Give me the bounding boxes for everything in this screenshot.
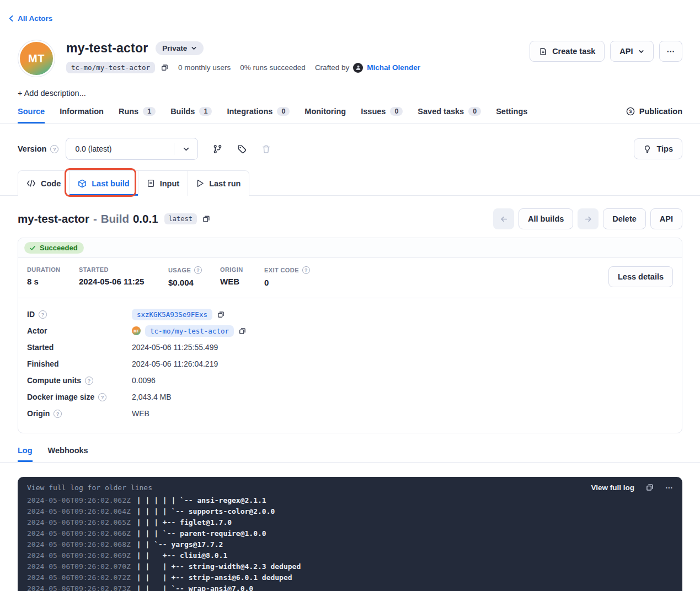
help-icon[interactable]: ?	[302, 266, 310, 274]
log-line: 2024-05-06T09:26:02.066Z| | | `-- parent…	[27, 528, 673, 539]
more-actions-button[interactable]: ⋯	[659, 41, 683, 62]
help-icon[interactable]: ?	[50, 145, 58, 153]
actor-avatar: MT	[20, 42, 53, 75]
field-row-actor: Actor MT tc-mo/my-test-actor	[27, 323, 673, 339]
build-fields: ID? sxzKGK5A93Se9FExs Actor MT tc-mo/my-…	[18, 298, 682, 433]
subtab-code[interactable]: Code	[18, 171, 70, 196]
field-row-finished: Finished 2024-05-06 11:26:04.219	[27, 356, 673, 372]
breadcrumb-label: All Actors	[18, 14, 52, 23]
help-icon[interactable]: ?	[85, 377, 93, 385]
help-icon[interactable]: ?	[39, 310, 47, 319]
duration-value: 8 s	[27, 277, 79, 286]
log-terminal: View full log for older lines View full …	[18, 477, 682, 591]
actor-avatar-small: MT	[132, 326, 141, 335]
log-tabs: Log Webhooks	[0, 446, 700, 463]
add-description-button[interactable]: + Add description...	[18, 89, 86, 98]
actor-header: MT my-test-actor Private tc-mo/my-test-a…	[18, 41, 682, 75]
build-card: Succeeded DURATION 8 s STARTED 2024-05-0…	[18, 238, 682, 433]
runs-succeeded-stat: 0% runs succeeded	[240, 63, 306, 72]
subtab-last-run[interactable]: Last run	[188, 171, 249, 196]
git-branch-icon[interactable]	[213, 144, 222, 154]
build-title-kind: Build	[101, 212, 129, 225]
tag-icon[interactable]	[237, 144, 247, 154]
tab-source[interactable]: Source	[18, 107, 45, 123]
status-badge: Succeeded	[24, 242, 84, 254]
subtab-last-build[interactable]: Last build	[70, 171, 138, 196]
help-icon[interactable]: ?	[54, 410, 62, 418]
view-full-log-button[interactable]: View full log	[591, 483, 634, 492]
version-label: Version	[18, 144, 46, 153]
tab-monitoring[interactable]: Monitoring	[304, 107, 346, 123]
exit-code-value: 0	[264, 278, 310, 287]
version-select[interactable]: 0.0 (latest)	[66, 138, 198, 160]
view-older-lines-link[interactable]: View full log for older lines	[27, 483, 152, 492]
create-task-button[interactable]: Create task	[530, 41, 605, 62]
log-line: 2024-05-06T09:26:02.070Z| | | +-- string…	[27, 561, 673, 572]
tab-runs[interactable]: Runs1	[119, 107, 156, 123]
subtab-input[interactable]: Input	[138, 171, 188, 196]
package-icon	[78, 179, 87, 188]
integrations-count-badge: 0	[277, 107, 290, 116]
code-icon	[26, 180, 36, 187]
builds-count-badge: 1	[199, 107, 212, 116]
api-dropdown-button[interactable]: API	[610, 41, 653, 62]
author-link[interactable]: Michał Olender	[367, 63, 420, 72]
field-row-id: ID? sxzKGK5A93Se9FExs	[27, 306, 673, 323]
help-icon[interactable]: ?	[98, 393, 106, 401]
compute-units-value: 0.0096	[132, 376, 156, 385]
svg-text:$: $	[629, 109, 632, 114]
saved-tasks-count-badge: 0	[468, 107, 481, 116]
crafted-by-label: Crafted by	[315, 63, 349, 72]
copy-handle-button[interactable]	[161, 63, 169, 72]
field-row-compute-units: Compute units? 0.0096	[27, 372, 673, 389]
ellipsis-icon: ⋯	[667, 47, 675, 56]
tab-settings[interactable]: Settings	[496, 107, 527, 123]
tab-log[interactable]: Log	[18, 446, 33, 462]
build-api-button[interactable]: API	[650, 208, 682, 229]
tab-saved-tasks[interactable]: Saved tasks0	[418, 107, 481, 123]
chevron-down-icon	[191, 45, 197, 51]
arrow-left-icon	[500, 215, 508, 223]
arrow-right-icon	[584, 215, 592, 223]
origin-value: WEB	[220, 277, 264, 286]
actor-handle: tc-mo/my-test-actor	[66, 62, 155, 73]
usage-value: $0.004	[168, 278, 220, 287]
log-lines[interactable]: 2024-05-06T09:26:02.062Z| | | | | `-- an…	[27, 495, 673, 591]
log-more-button[interactable]: ⋯	[665, 483, 673, 492]
breadcrumb-all-actors[interactable]: All Actors	[0, 0, 52, 23]
next-build-button[interactable]	[578, 208, 599, 229]
tab-information[interactable]: Information	[60, 107, 104, 123]
lightbulb-icon	[643, 145, 651, 153]
copy-id-button[interactable]	[217, 310, 225, 319]
chevron-down-icon	[638, 49, 644, 55]
dollar-circle-icon: $	[626, 107, 635, 116]
tab-integrations[interactable]: Integrations0	[227, 107, 290, 123]
all-builds-button[interactable]: All builds	[519, 208, 573, 229]
copy-log-button[interactable]	[645, 483, 654, 492]
help-icon[interactable]: ?	[194, 266, 202, 274]
document-icon	[147, 179, 155, 187]
origin-row-value: WEB	[132, 409, 149, 418]
check-icon	[29, 245, 36, 251]
actor-title: my-test-actor	[66, 41, 148, 56]
tab-webhooks[interactable]: Webhooks	[48, 446, 88, 462]
log-line: 2024-05-06T09:26:02.068Z| | `-- yargs@17…	[27, 539, 673, 550]
field-row-docker-size: Docker image size? 2,043.4 MB	[27, 389, 673, 405]
delete-build-button[interactable]: Delete	[603, 208, 646, 229]
actor-handle-link[interactable]: tc-mo/my-test-actor	[145, 325, 234, 337]
log-line: 2024-05-06T09:26:02.062Z| | | | | `-- an…	[27, 495, 673, 506]
source-subtabs: Code Last build Input Last run	[0, 170, 700, 196]
less-details-button[interactable]: Less details	[608, 266, 673, 287]
visibility-dropdown[interactable]: Private	[156, 41, 204, 55]
publication-link[interactable]: $ Publication	[626, 107, 682, 122]
copy-build-button[interactable]	[202, 214, 211, 223]
tips-button[interactable]: Tips	[634, 138, 682, 159]
prev-build-button[interactable]	[493, 208, 514, 229]
finished-full-value: 2024-05-06 11:26:04.219	[132, 359, 218, 368]
actor-nav-tabs: Source Information Runs1 Builds1 Integra…	[0, 107, 700, 124]
tab-issues[interactable]: Issues0	[361, 107, 403, 123]
copy-actor-button[interactable]	[238, 327, 247, 335]
tab-builds[interactable]: Builds1	[170, 107, 212, 123]
issues-count-badge: 0	[390, 107, 403, 116]
version-bar: Version ? 0.0 (latest) Tips	[18, 138, 682, 160]
